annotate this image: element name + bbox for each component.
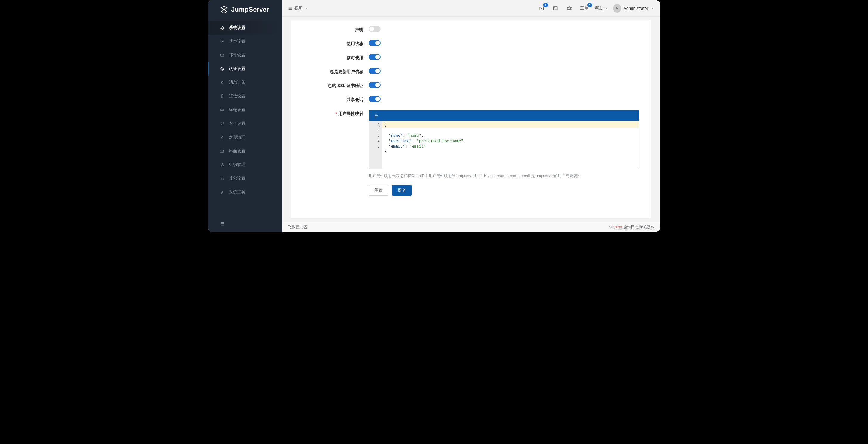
svg-rect-14	[221, 179, 222, 179]
wrench-icon	[220, 190, 225, 195]
footer: 飞致云北区 Version 操作日志测试版本	[282, 222, 660, 232]
sidebar-item-tools[interactable]: 系统工具	[208, 185, 282, 199]
user-circle-icon	[220, 66, 225, 71]
form-row-update: 总是更新用户信息	[303, 68, 639, 75]
ticket-label: 工单	[580, 6, 589, 11]
gear-icon	[220, 39, 225, 44]
json-editor: 1▾ 2 3 4 5 { "name": "name", "username":…	[369, 110, 639, 169]
laptop-icon	[220, 149, 225, 153]
gear-icon	[566, 6, 572, 11]
format-button[interactable]	[372, 112, 381, 119]
sidebar-section-label: 系统设置	[229, 25, 246, 30]
ssl-label: 忽略 SSL 证书验证	[303, 82, 369, 89]
avatar-icon	[613, 4, 621, 12]
screen-icon	[553, 6, 558, 11]
mobile-icon	[220, 94, 225, 99]
logo-icon	[220, 5, 228, 14]
mail-icon	[220, 53, 225, 58]
submit-button[interactable]: 提交	[392, 185, 412, 196]
main-area: 视图 1 工单 3 帮助 Ad	[282, 0, 660, 232]
svg-point-3	[222, 68, 223, 69]
inbox-badge: 1	[543, 3, 548, 7]
settings-shortcut-button[interactable]	[565, 4, 574, 12]
temp-label: 临时使用	[303, 54, 369, 61]
format-icon	[374, 113, 379, 118]
sidebar-item-label: 终端设置	[229, 107, 246, 113]
declaration-switch[interactable]	[369, 26, 381, 32]
editor-code[interactable]: { "name": "name", "username": "preferred…	[382, 121, 639, 169]
sidebar-item-label: 界面设置	[229, 148, 246, 154]
sidebar-section-system-settings[interactable]: 系统设置	[208, 21, 282, 35]
svg-rect-7	[221, 110, 224, 111]
user-menu[interactable]: Administrator	[613, 4, 654, 12]
update-label: 总是更新用户信息	[303, 68, 369, 74]
sidebar-item-label: 短信设置	[229, 94, 246, 99]
ssl-switch[interactable]	[369, 82, 381, 88]
form-row-share: 共享会话	[303, 96, 639, 103]
bell-icon	[220, 80, 225, 85]
form-row-attrmap: *用户属性映射 1▾ 2	[303, 110, 639, 196]
attrmap-help: 用户属性映射代表怎样将OpenID中用户属性映射到jumpserver用户上，u…	[369, 173, 639, 178]
collapse-icon	[220, 221, 276, 227]
help-link[interactable]: 帮助	[595, 6, 608, 11]
svg-rect-12	[221, 178, 222, 178]
form-actions: 重置 提交	[369, 185, 639, 196]
hourglass-icon	[220, 135, 225, 140]
sidebar-item-other[interactable]: 其它设置	[208, 172, 282, 185]
temp-switch[interactable]	[369, 54, 381, 60]
sidebar-item-label: 基本设置	[229, 39, 246, 44]
sidebar-item-org[interactable]: 组织管理	[208, 158, 282, 172]
chevron-down-icon	[651, 6, 654, 10]
more-icon	[220, 176, 225, 181]
svg-rect-13	[222, 178, 224, 178]
content-area: 声明 使用状态 临时使用 总是更新用户信息 忽略 SSL 证书验证	[282, 17, 660, 232]
sidebar-item-label: 组织管理	[229, 162, 246, 168]
org-icon	[220, 162, 225, 167]
svg-point-18	[616, 6, 618, 8]
enabled-switch[interactable]	[369, 40, 381, 46]
form-row-temp: 临时使用	[303, 54, 639, 61]
help-label: 帮助	[595, 6, 603, 11]
editor-toolbar	[369, 110, 639, 121]
sidebar-item-subscribe[interactable]: 消息订阅	[208, 76, 282, 90]
editor-gutter: 1▾ 2 3 4 5	[369, 121, 382, 169]
sidebar-item-auth[interactable]: 认证设置	[208, 62, 282, 76]
svg-rect-1	[221, 54, 224, 56]
sidebar-item-interface[interactable]: 界面设置	[208, 144, 282, 158]
web-terminal-button[interactable]	[551, 4, 560, 12]
chevron-down-icon	[604, 6, 608, 10]
sidebar-collapse-button[interactable]	[208, 217, 282, 232]
sidebar-item-mail[interactable]: 邮件设置	[208, 48, 282, 62]
menu-lines-icon	[288, 6, 292, 11]
form-row-enabled: 使用状态	[303, 40, 639, 47]
chevron-down-icon	[305, 6, 308, 10]
form-row-ssl: 忽略 SSL 证书验证	[303, 82, 639, 89]
watermark: CSDN @FIT2CLOUD飞致云	[614, 227, 656, 231]
inbox-button[interactable]: 1	[537, 4, 546, 12]
sidebar-item-label: 其它设置	[229, 176, 246, 181]
sidebar-item-sms[interactable]: 短信设置	[208, 90, 282, 103]
form-row-declaration: 声明	[303, 26, 639, 33]
sidebar-item-basic[interactable]: 基本设置	[208, 35, 282, 48]
brand-name: JumpServer	[231, 6, 269, 13]
sidebar-item-terminal[interactable]: 终端设置	[208, 103, 282, 117]
gear-icon	[220, 25, 225, 30]
reset-button[interactable]: 重置	[369, 185, 389, 196]
svg-point-9	[222, 163, 222, 164]
declaration-label: 声明	[303, 26, 369, 32]
svg-rect-15	[222, 179, 224, 179]
sidebar-item-cleanup[interactable]: 定期清理	[208, 131, 282, 144]
brand-logo: JumpServer	[208, 0, 282, 19]
sidebar-item-label: 消息订阅	[229, 80, 246, 85]
ticket-link[interactable]: 工单 3	[578, 4, 590, 12]
update-switch[interactable]	[369, 68, 381, 74]
editor-body[interactable]: 1▾ 2 3 4 5 { "name": "name", "username":…	[369, 121, 639, 169]
svg-point-10	[221, 165, 221, 166]
svg-rect-8	[221, 150, 223, 152]
share-switch[interactable]	[369, 96, 381, 102]
view-selector[interactable]: 视图	[288, 6, 308, 11]
terminal-icon	[220, 108, 225, 112]
sidebar-item-security[interactable]: 安全设置	[208, 117, 282, 131]
share-label: 共享会话	[303, 96, 369, 103]
sidebar-item-label: 认证设置	[229, 66, 246, 71]
